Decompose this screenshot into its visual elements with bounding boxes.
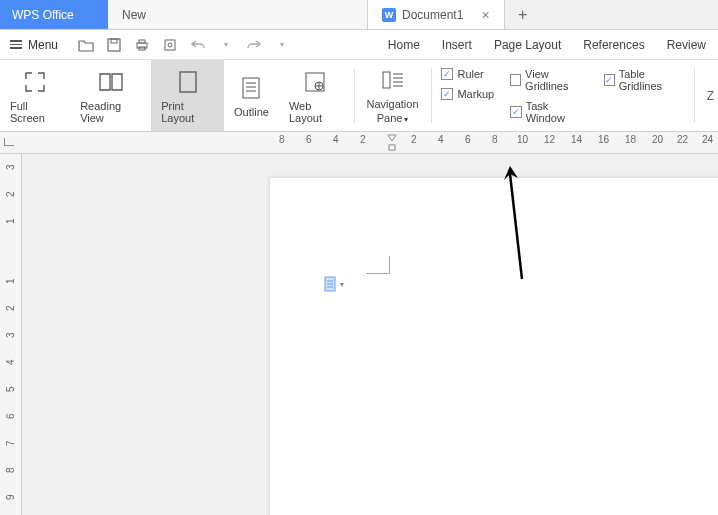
ruler-tick: 7 [5,440,16,446]
ruler-tick: 8 [492,134,498,145]
tab-page-layout[interactable]: Page Layout [494,38,561,52]
checkbox-icon [510,74,521,86]
quick-access-toolbar: ▾ ▾ [68,37,290,53]
reading-icon [97,68,125,96]
zoom-group[interactable]: Z [697,60,718,131]
ruler-tick: 9 [5,494,16,500]
hamburger-icon [10,40,22,49]
qat-dropdown-icon[interactable]: ▾ [274,37,290,53]
ruler-corner-icon [4,138,14,146]
svg-rect-8 [243,78,259,98]
tab-home[interactable]: Home [388,38,420,52]
nav-pane-label: Navigation Pane▾ [367,98,419,124]
ruler-tick: 12 [544,134,555,145]
annotation-arrow [502,164,542,288]
document-page[interactable]: ▾ [270,178,718,515]
tab-new[interactable]: New [108,0,368,29]
menu-button[interactable]: Menu [0,30,68,59]
ruler-tick: 6 [306,134,312,145]
ribbon-checks-col1: Ruler Markup [433,60,502,131]
nav-pane-icon [379,66,407,94]
doc-icon: W [382,8,396,22]
svg-rect-0 [108,39,120,51]
tab-document-label: Document1 [402,8,463,22]
print-layout-button[interactable]: Print Layout [151,60,224,131]
undo-dropdown-icon[interactable]: ▾ [218,37,234,53]
full-screen-label: Full Screen [10,100,60,124]
chevron-down-icon: ▾ [404,115,408,124]
add-tab-button[interactable]: + [505,0,541,29]
fullscreen-icon [21,68,49,96]
markup-checkbox[interactable]: Markup [441,88,494,100]
svg-rect-3 [139,40,145,43]
ruler-tick: 16 [598,134,609,145]
ruler-tick: 3 [5,332,16,338]
open-icon[interactable] [78,37,94,53]
svg-rect-7 [180,72,196,92]
outline-icon [237,74,265,102]
print-preview-icon[interactable] [162,37,178,53]
full-screen-button[interactable]: Full Screen [0,60,70,131]
ruler-tick: 20 [652,134,663,145]
svg-line-26 [510,174,522,279]
ruler-tick: 5 [5,386,16,392]
svg-rect-5 [165,40,175,50]
save-icon[interactable] [106,37,122,53]
ribbon-separator [431,68,432,123]
undo-icon[interactable] [190,37,206,53]
ruler-checkbox[interactable]: Ruler [441,68,494,80]
ruler-tick: 22 [677,134,688,145]
task-window-checkbox[interactable]: Task Window [510,100,588,124]
table-gridlines-checkbox[interactable]: Table Gridlines [604,68,684,92]
svg-rect-12 [306,73,324,91]
checkbox-icon [441,88,453,100]
checkbox-icon [604,74,615,86]
tab-references[interactable]: References [583,38,644,52]
svg-rect-16 [383,72,390,88]
ruler-tick: 8 [5,467,16,473]
ribbon-tabs: Home Insert Page Layout References Revie… [388,38,718,52]
redo-icon[interactable] [246,37,262,53]
svg-rect-21 [389,145,395,150]
indent-marker[interactable] [387,134,397,152]
close-icon[interactable]: × [481,7,489,23]
ruler-tick: 10 [517,134,528,145]
ruler-tick: 2 [5,191,16,197]
tab-review[interactable]: Review [667,38,706,52]
paste-options-button[interactable]: ▾ [324,276,344,292]
ruler-tick: 14 [571,134,582,145]
print-layout-label: Print Layout [161,100,214,124]
reading-view-label: Reading View [80,100,141,124]
outline-button[interactable]: Outline [224,60,279,131]
web-layout-label: Web Layout [289,100,342,124]
ruler-tick: 4 [438,134,444,145]
ribbon-checks-col3: Table Gridlines [596,60,692,131]
ruler-tick: 3 [5,164,16,170]
ribbon-separator [694,68,695,123]
menu-bar: Menu ▾ ▾ Home Insert Page Layout Referen… [0,30,718,60]
ribbon-separator [354,68,355,123]
ruler-tick: 18 [625,134,636,145]
reading-view-button[interactable]: Reading View [70,60,151,131]
ruler-tick: 4 [5,359,16,365]
tab-new-label: New [122,8,146,22]
ribbon-checks-col2: View Gridlines Task Window [502,60,596,131]
ruler-tick: 4 [333,134,339,145]
ribbon-view: Full Screen Reading View Print Layout Ou… [0,60,718,132]
tab-insert[interactable]: Insert [442,38,472,52]
ruler-tick: 1 [5,278,16,284]
ruler-tick: 24 [702,134,713,145]
tab-document[interactable]: W Document1 × [368,0,505,29]
ruler-tick: 6 [5,413,16,419]
print-layout-icon [174,68,202,96]
horizontal-ruler[interactable]: 864224681012141618202224 [0,132,718,154]
view-gridlines-checkbox[interactable]: View Gridlines [510,68,588,92]
outline-label: Outline [234,106,269,118]
ruler-tick: 1 [5,218,16,224]
web-layout-button[interactable]: Web Layout [279,60,352,131]
page-area[interactable]: ▾ [22,154,718,515]
vertical-ruler[interactable]: 321123456789 [0,154,22,515]
print-icon[interactable] [134,37,150,53]
workspace: 321123456789 ▾ [0,154,718,515]
navigation-pane-button[interactable]: Navigation Pane▾ [357,60,429,131]
